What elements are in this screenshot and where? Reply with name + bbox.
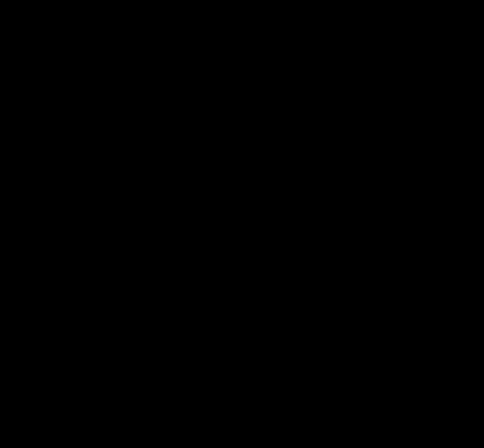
spectrogram-image [33, 21, 313, 352]
xray-analysis-window [0, 0, 484, 448]
colorbar-gradient [15, 420, 225, 425]
